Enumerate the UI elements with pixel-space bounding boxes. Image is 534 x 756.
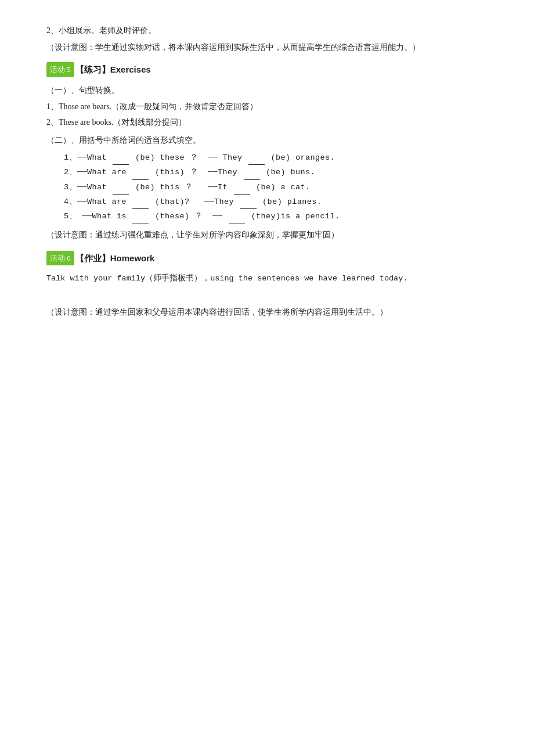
activity5-badge: 活动 5 (46, 62, 74, 77)
blank (113, 194, 129, 195)
blank (234, 194, 250, 195)
activity6-design-note: （设计意图：通过学生回家和父母运用本课内容进行回话，使学生将所学内容运用到生活中… (46, 305, 499, 319)
intro-line1: 2、小组展示。老师及时评价。 (46, 23, 499, 38)
blank (132, 208, 149, 209)
activity5-content: （一）、句型转换。 1、Those are bears.（改成一般疑问句，并做肯… (46, 83, 499, 242)
activity5-title: 【练习】Exercises (75, 62, 151, 77)
activity6-title: 【作业】Homework (75, 250, 155, 266)
section1-label: （一）、句型转换。 (46, 83, 499, 98)
blank (248, 164, 265, 165)
activity6-badge: 活动 6 (46, 251, 74, 265)
activity5-design-note: （设计意图：通过练习强化重难点，让学生对所学内容印象深刻，掌握更加牢固） (46, 228, 499, 242)
blank (229, 224, 245, 224)
fill-blank-1: 1、──What (be) these ？ ── They (be) orang… (64, 151, 499, 165)
blank (132, 224, 149, 224)
blank (132, 179, 149, 180)
fill-blank-3: 3、──What (be) this ？ ──It (be) a cat. (64, 181, 499, 195)
fill-blank-5: 5、 ──What is (these) ？ ── (they)is a pen… (64, 210, 499, 224)
fill-blank-2: 2、──What are (this) ？ ──They (be) buns. (64, 165, 499, 179)
activity6-content: Talk with your family（师手指板书），using the s… (46, 272, 499, 320)
blank (240, 208, 257, 209)
activity5-header: 活动 5 【练习】Exercises (46, 62, 499, 77)
section2-label: （二）、用括号中所给词的适当形式填空。 (46, 133, 499, 147)
exercise-item-1: 1、Those are bears.（改成一般疑问句，并做肯定否定回答） (46, 99, 499, 114)
intro-design-note: （设计意图：学生通过实物对话，将本课内容运用到实际生活中，从而提高学生的综合语言… (46, 40, 499, 55)
blank (113, 164, 129, 165)
activity6-header: 活动 6 【作业】Homework (46, 250, 499, 266)
homework-text: Talk with your family（师手指板书），using the s… (46, 272, 499, 286)
fill-blank-4: 4、──What are (that)? ──They (be) planes. (64, 195, 499, 209)
exercise-item-2: 2、These are books.（对划线部分提问） (46, 115, 499, 129)
blank (244, 179, 260, 180)
fill-blank-section: 1、──What (be) these ？ ── They (be) orang… (46, 151, 499, 224)
